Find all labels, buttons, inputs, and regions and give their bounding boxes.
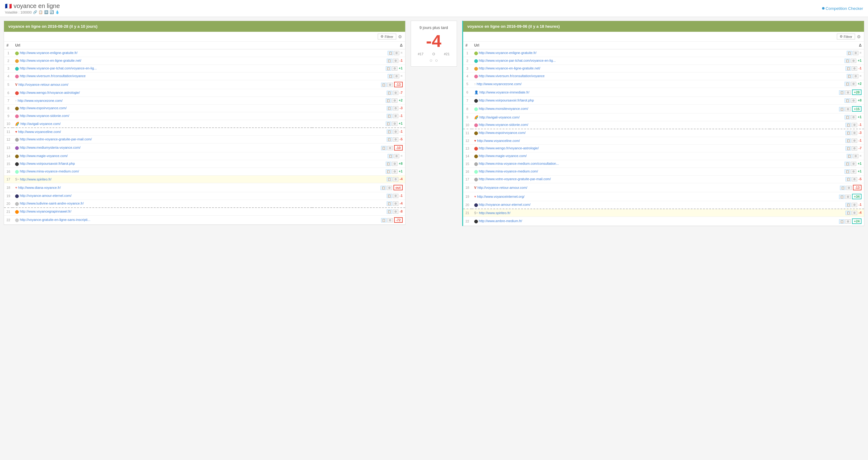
action-btns[interactable]: 📋 ⚙	[845, 123, 857, 127]
view-btn[interactable]: 📋	[845, 211, 851, 215]
url-cell[interactable]: http://voyance-amour-eternel.com/	[13, 192, 312, 200]
view-btn[interactable]: 📋	[847, 154, 852, 158]
gear-btn[interactable]: ⚙	[394, 154, 399, 158]
view-btn[interactable]: 📋	[839, 90, 844, 95]
action-btns[interactable]: 📋 ⚙	[845, 203, 857, 207]
url-link[interactable]: http://www.diana-voyance.fr/	[18, 186, 61, 190]
url-link[interactable]: http://voyance-amour-eternel.com/	[479, 203, 531, 206]
action-btns[interactable]: 📋 ⚙	[387, 201, 398, 206]
view-btn[interactable]: 📋	[386, 169, 391, 174]
view-btn[interactable]: 📋	[844, 162, 850, 166]
url-link[interactable]: http://www.voirpoursavoir.fr/tarot.php	[479, 98, 534, 102]
url-link[interactable]: http://www.voyancegrapinnawel.fr/	[20, 209, 71, 213]
gear-btn[interactable]: ⚙	[392, 121, 398, 126]
url-cell[interactable]: http://www.viversum.fr/consultation/voya…	[472, 73, 770, 80]
url-cell[interactable]: http://www.monsitevoyance.com/	[472, 105, 770, 114]
view-btn[interactable]: 📋	[839, 107, 844, 111]
url-cell[interactable]: http://www.wengo.fr/voyance-astrologie/	[13, 89, 312, 97]
url-link[interactable]: http://www.voyance-enligne-gratuite.fr/	[20, 51, 78, 55]
url-cell[interactable]: ↑ http://www.voyancezone.com/	[13, 97, 312, 105]
gear-btn[interactable]: ⚙	[845, 90, 851, 95]
view-btn[interactable]: 📋	[840, 186, 845, 190]
url-cell[interactable]: ♥ http://www.voyanceinternet.org/	[472, 192, 770, 201]
action-btns[interactable]: 📋 ⚙	[387, 137, 398, 142]
url-link[interactable]: http://voyance-retour-amour.com/	[19, 83, 68, 86]
action-btns[interactable]: 📋 ⚙	[387, 59, 398, 63]
url-link[interactable]: http://www.spiriteo.fr/	[20, 177, 52, 181]
gear-btn[interactable]: ⚙	[393, 137, 398, 142]
url-cell[interactable]: http://voyance-gratuite-en-ligne-sans-in…	[13, 215, 312, 225]
gear-btn[interactable]: ⚙	[851, 82, 856, 86]
url-cell[interactable]: V http://voyance-retour-amour.com/	[13, 80, 312, 89]
url-cell[interactable]: http://www.voyance-en-ligne-gratuite.net…	[472, 65, 770, 73]
view-btn[interactable]: 📋	[839, 195, 844, 199]
url-link[interactable]: http://www.viversum.fr/consultation/voya…	[479, 74, 545, 78]
ext-icon-1[interactable]: 🔗	[33, 10, 37, 14]
view-btn[interactable]: 📋	[387, 130, 392, 134]
url-link[interactable]: http://www.voyanceline.com/	[477, 139, 520, 143]
gear-btn[interactable]: ⚙	[853, 51, 859, 55]
gear-btn[interactable]: ⚙	[393, 59, 398, 63]
action-btns[interactable]: 📋 ⚙	[387, 177, 398, 181]
action-btns[interactable]: 📋 ⚙	[844, 98, 856, 103]
url-link[interactable]: http://www.espoirvoyance.com/	[479, 131, 526, 135]
url-cell[interactable]: http://www.magie-voyance.com/	[13, 152, 312, 160]
gear-btn[interactable]: ⚙	[393, 130, 398, 134]
url-link[interactable]: http://www.spiriteo.fr/	[479, 211, 510, 215]
url-link[interactable]: http://www.wengo.fr/voyance-astrologie/	[479, 146, 539, 150]
url-link[interactable]: http://avigail-voyance.com/	[479, 115, 520, 119]
view-btn[interactable]: 📋	[388, 51, 393, 55]
gear-btn[interactable]: ⚙	[393, 114, 398, 118]
gear-btn[interactable]: ⚙	[853, 74, 859, 78]
view-btn[interactable]: 📋	[839, 219, 844, 224]
view-btn[interactable]: 📋	[381, 83, 387, 87]
gear-btn[interactable]: ⚙	[853, 154, 859, 158]
url-link[interactable]: http://www.voyance-immediate.fr/	[479, 90, 529, 94]
view-btn[interactable]: 📋	[845, 203, 851, 207]
action-btns[interactable]: 📋 ⚙	[845, 131, 857, 135]
url-link[interactable]: http://www.voyanceinternet.org/	[477, 195, 524, 198]
gear-btn[interactable]: ⚙	[393, 209, 398, 214]
gear-btn[interactable]: ⚙	[392, 169, 398, 174]
gear-btn[interactable]: ⚙	[393, 201, 398, 206]
url-link[interactable]: http://www.mina-voyance-medium.com/consu…	[479, 162, 559, 165]
url-link[interactable]: http://www.voyance-en-ligne-gratuite.net…	[20, 59, 81, 62]
url-cell[interactable]: ♥ http://www.voyanceline.com/	[13, 128, 312, 136]
gear-btn[interactable]: ⚙	[393, 91, 398, 95]
gear-btn[interactable]: ⚙	[851, 59, 856, 63]
view-btn[interactable]: 📋	[387, 177, 392, 181]
url-cell[interactable]: http://www.mediumysteria-voyance.com/	[13, 143, 312, 152]
url-cell[interactable]: http://www.voyance-sidonie.com/	[472, 121, 770, 129]
view-btn[interactable]: 📋	[388, 154, 393, 158]
left-filter-button[interactable]: ⚙ Filtrer	[378, 34, 396, 39]
url-cell[interactable]: http://www.magie-voyance.com/	[472, 152, 770, 160]
ext-icon-5[interactable]: 💧	[55, 10, 60, 14]
url-link[interactable]: http://www.ludivine-saint-andre-voyance.…	[20, 201, 84, 205]
gear-btn[interactable]: ⚙	[387, 146, 393, 150]
action-btns[interactable]: 📋 ⚙	[381, 146, 393, 150]
action-btns[interactable]: 📋 ⚙	[839, 107, 851, 111]
gear-btn[interactable]: ⚙	[851, 203, 857, 207]
gear-btn[interactable]: ⚙	[846, 186, 851, 190]
url-link[interactable]: http://voyance-amour-eternel.com/	[20, 194, 71, 197]
url-link[interactable]: http://voyance-retour-amour.com/	[477, 186, 527, 190]
view-btn[interactable]: 📋	[845, 131, 851, 135]
action-btns[interactable]: 📋 ⚙	[844, 169, 856, 174]
gear-btn[interactable]: ⚙	[851, 131, 857, 135]
view-btn[interactable]: 📋	[386, 121, 391, 126]
view-btn[interactable]: 📋	[845, 177, 851, 181]
url-link[interactable]: http://www.viversum.fr/consultation/voya…	[20, 74, 85, 78]
action-btns[interactable]: 📋 ⚙	[387, 91, 398, 95]
view-btn[interactable]: 📋	[844, 82, 850, 86]
action-btns[interactable]: 📋 ⚙	[840, 186, 851, 190]
url-cell[interactable]: ♥ http://www.voyanceline.com/	[472, 137, 770, 145]
action-btns[interactable]: 📋 ⚙	[844, 59, 856, 63]
gear-btn[interactable]: ⚙	[851, 115, 856, 119]
url-link[interactable]: http://www.votre-voyance-gratuite-par-ma…	[20, 137, 92, 141]
url-link[interactable]: http://www.voyance-enligne-gratuite.fr/	[479, 51, 536, 55]
view-btn[interactable]: 📋	[387, 114, 392, 118]
url-cell[interactable]: http://www.voyance-enligne-gratuite.fr/	[13, 49, 312, 57]
url-cell[interactable]: http://www.voyance-par-tchat.com/voyance…	[13, 65, 312, 73]
view-btn[interactable]: 📋	[844, 115, 850, 119]
action-btns[interactable]: 📋 ⚙	[844, 162, 856, 166]
